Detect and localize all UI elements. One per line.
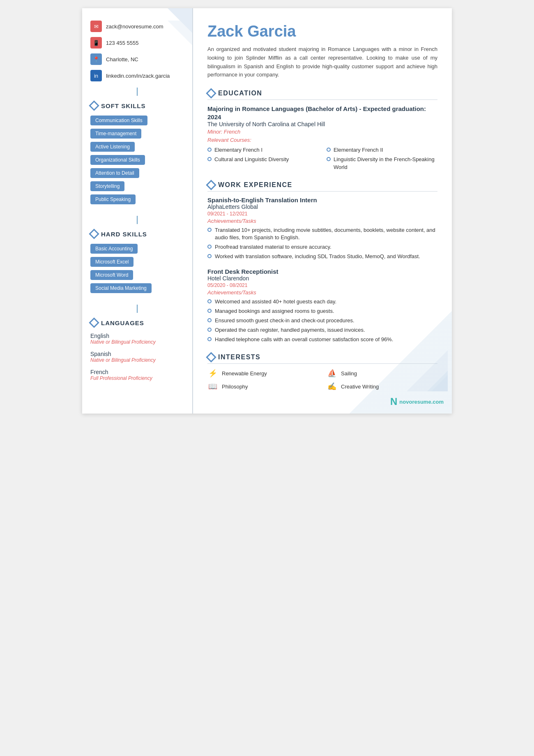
edu-degree: Majoring in Romance Languages (Bachelor …: [207, 105, 437, 121]
interests-grid: ⚡ Renewable Energy ⛵ Sailing 📖 Philosoph…: [207, 369, 437, 391]
bullet: [207, 299, 212, 303]
skill-public-speaking: Public Speaking: [90, 194, 136, 204]
lang-spanish: Spanish Native or Bilingual Proficiency: [90, 351, 184, 363]
lang-spanish-level: Native or Bilingual Proficiency: [90, 357, 184, 363]
job-2-achievement-5: Handled telephone calls with an overall …: [207, 336, 437, 343]
work-diamond: [206, 180, 216, 190]
interest-renewable-label: Renewable Energy: [222, 370, 267, 377]
diamond-icon: [89, 100, 99, 111]
course-text: Elementary French I: [214, 146, 262, 154]
course-bullet: [327, 157, 331, 161]
job-2-title: Front Desk Receptionist: [207, 268, 437, 275]
linkedin-contact: in linkedin.com/in/zack.garcia: [90, 70, 184, 81]
achievement-text: Welcomed and assisted 40+ hotel guests e…: [215, 298, 336, 305]
course-2: Elementary French II: [327, 146, 437, 154]
sidebar: ✉ zack@novoresume.com 📱 123 455 5555 📍 C…: [82, 8, 193, 414]
location-contact: 📍 Charlotte, NC: [90, 53, 184, 65]
skill-accounting: Basic Accounting: [90, 244, 138, 254]
course-text: Elementary French II: [334, 146, 383, 154]
interests-title: INTERESTS: [218, 354, 260, 361]
interests-diamond: [206, 352, 216, 363]
languages-section: LANGUAGES English Native or Bilingual Pr…: [90, 319, 184, 381]
hard-skills-section: HARD SKILLS Basic Accounting Microsoft E…: [90, 230, 184, 296]
bullet: [207, 254, 212, 258]
education-header: EDUCATION: [207, 90, 437, 100]
bullet: [207, 309, 212, 313]
education-section: EDUCATION Majoring in Romance Languages …: [207, 90, 437, 171]
skill-active-listening: Active Listening: [90, 142, 135, 152]
bullet: [207, 337, 212, 341]
languages-title: LANGUAGES: [101, 319, 144, 326]
diamond-icon-3: [89, 317, 99, 328]
summary: An organized and motivated student major…: [207, 45, 437, 79]
education-diamond: [206, 88, 216, 98]
skill-excel: Microsoft Excel: [90, 257, 134, 267]
email-contact: ✉ zack@novoresume.com: [90, 21, 184, 32]
job-2-achievements-label: Achievements/Tasks: [207, 289, 437, 296]
hard-skills-title: HARD SKILLS: [101, 231, 147, 238]
lang-english: English Native or Bilingual Proficiency: [90, 333, 184, 345]
edu-courses-label: Relevant Courses:: [207, 137, 437, 143]
course-text: Cultural and Linguistic Diversity: [214, 156, 289, 163]
sidebar-decoration: [143, 8, 192, 59]
soft-skills-list: Communication Skills Time-management Act…: [90, 116, 184, 208]
skill-attention-detail: Attention to Detail: [90, 168, 139, 178]
interest-writing-label: Creative Writing: [341, 384, 379, 390]
skill-storytelling: Storytelling: [90, 181, 124, 191]
location-icon: 📍: [90, 53, 102, 65]
achievement-text: Operated the cash register, handled paym…: [215, 326, 365, 334]
skill-social-media: Social Media Marketing: [90, 283, 152, 293]
bullet: [207, 318, 212, 322]
diamond-icon-2: [89, 229, 99, 239]
main-content: Zack Garcia An organized and motivated s…: [193, 8, 452, 414]
job-1-achievement-2: Proofread translated material to ensure …: [207, 243, 437, 251]
lang-french: French Full Professional Proficiency: [90, 369, 184, 381]
work-header: WORK EXPERIENCE: [207, 181, 437, 192]
job-2-dates: 05/2020 - 08/2021: [207, 282, 437, 288]
job-2: Front Desk Receptionist Hotel Clarendon …: [207, 268, 437, 344]
sailing-icon: ⛵: [327, 369, 337, 378]
course-text: Linguistic Diversity in the French-Speak…: [334, 156, 437, 171]
job-1-company: AlphaLetters Global: [207, 203, 437, 210]
location-text: Charlotte, NC: [106, 56, 138, 62]
lang-english-name: English: [90, 333, 184, 339]
work-title: WORK EXPERIENCE: [218, 181, 292, 189]
edu-minor: Minor: French: [207, 129, 437, 135]
job-1-achievement-3: Worked with translation software, includ…: [207, 253, 437, 260]
phone-contact: 📱 123 455 5555: [90, 37, 184, 49]
sidebar-dot: [137, 130, 138, 132]
lang-english-level: Native or Bilingual Proficiency: [90, 339, 184, 345]
linkedin-text: linkedin.com/in/zack.garcia: [106, 73, 170, 79]
hard-skills-header: HARD SKILLS: [90, 230, 184, 238]
hard-skills-list: Basic Accounting Microsoft Excel Microso…: [90, 244, 184, 296]
bullet: [207, 228, 212, 232]
branding: N novoresume.com: [390, 396, 444, 407]
lang-spanish-name: Spanish: [90, 351, 184, 357]
achievement-text: Translated 10+ projects, including movie…: [215, 227, 437, 241]
skill-organizational: Organizational Skills: [90, 155, 145, 165]
education-title: EDUCATION: [218, 90, 262, 97]
soft-skills-section: SOFT SKILLS Communication Skills Time-ma…: [90, 102, 184, 208]
job-2-achievement-1: Welcomed and assisted 40+ hotel guests e…: [207, 298, 437, 305]
achievement-text: Ensured smooth guest check-in and check-…: [215, 317, 354, 324]
linkedin-icon: in: [90, 70, 102, 81]
brand-logo: N: [390, 396, 397, 407]
phone-text: 123 455 5555: [106, 40, 139, 46]
course-bullet: [207, 148, 212, 152]
writing-icon: ✍: [327, 382, 337, 391]
job-1-dates: 09/2021 - 12/2021: [207, 211, 437, 217]
course-3: Cultural and Linguistic Diversity: [207, 156, 318, 171]
candidate-name: Zack Garcia: [207, 23, 437, 40]
job-1-title: Spanish-to-English Translation Intern: [207, 197, 437, 203]
divider-1: [137, 88, 138, 96]
achievement-text: Worked with translation software, includ…: [215, 253, 420, 260]
divider-3: [137, 305, 138, 313]
lang-french-level: Full Professional Proficiency: [90, 375, 184, 381]
achievement-text: Handled telephone calls with an overall …: [215, 336, 393, 343]
interest-sailing: ⛵ Sailing: [327, 369, 437, 378]
philosophy-icon: 📖: [207, 382, 218, 391]
soft-skills-title: SOFT SKILLS: [101, 102, 146, 109]
course-bullet: [207, 157, 212, 161]
job-1-achievement-1: Translated 10+ projects, including movie…: [207, 227, 437, 241]
email-icon: ✉: [90, 21, 102, 32]
